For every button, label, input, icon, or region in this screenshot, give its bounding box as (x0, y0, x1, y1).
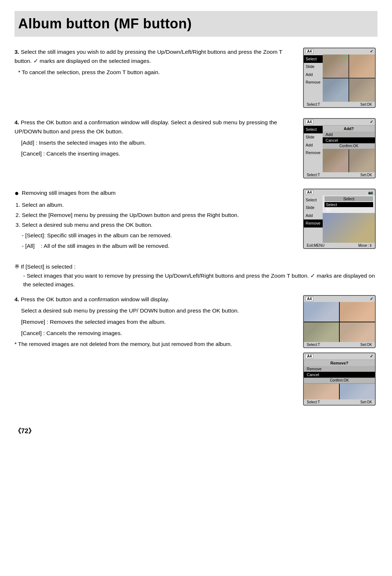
step-4-number: 4. (15, 296, 19, 302)
cam-header-4a: A4 ✓ (304, 296, 375, 302)
cam-checkmark-4a: ✓ (370, 297, 373, 301)
cam-ui-4b: A4 ✓ Remove? (303, 353, 376, 406)
bullet-section: ● Removing still images from the album S… (15, 189, 377, 252)
cam-footer-left-4b: Select:T (307, 400, 320, 404)
sel-select: Select (324, 202, 373, 207)
cam-menu-1: Select Slide Add Remove (304, 55, 323, 102)
cam-checkmark-4b: ✓ (370, 354, 373, 359)
cam-menu-3-slide: Slide (304, 204, 323, 212)
cam-inner-2: Select Slide Add Remove (304, 125, 375, 172)
cam-footer-right-4a: Set:OK (360, 343, 372, 347)
section-2-text: 4. Press the OK button and a confirmatio… (15, 118, 301, 161)
cam-photo-area-3: Select Select All (323, 196, 375, 243)
cam-menu-3-remove: Remove (304, 219, 323, 227)
section-1-text: 3. Select the still images you wish to a… (15, 48, 301, 79)
section-1-image: A4 ✓ Select Slide Add Remove (301, 48, 377, 108)
cam-submenu-2: Add? Add Cancel Confirm:OK (323, 125, 375, 149)
bullet-text-col: ● Removing still images from the album S… (15, 189, 301, 252)
cam-menu-remove: Remove (304, 78, 323, 86)
cam-submenu-title-4b: Remove? (304, 360, 375, 366)
cam-submenu-4b: Remove? Remove Cancel Confirm:OK (304, 359, 375, 384)
cam-header-2: A4 ✓ (304, 119, 375, 125)
remove-description: [Remove] : Removes the selected images f… (15, 318, 290, 327)
bullet-title-text: Removing still images from the album (22, 189, 115, 198)
step-1-number: 3. (15, 49, 19, 55)
cam-photo-area-1 (323, 55, 375, 102)
cam-menu-3-add: Add (304, 212, 323, 219)
cam-ui-4a: A4 ✓ Sel (303, 295, 376, 348)
cam-ui-1: A4 ✓ Select Slide Add Remove (303, 48, 376, 108)
cam-badge-1: A4 (306, 49, 313, 54)
cam-footer-1: Select:T Set:OK (304, 102, 375, 107)
dash-select: [Select]: Specific still images in the a… (22, 231, 290, 240)
cam-menu-3: Select Slide Add Remove (304, 196, 323, 243)
cam-menu-2: Select Slide Add Remove (304, 125, 323, 172)
cam-select-list: Select Select All (323, 196, 375, 213)
cam-header-4b: A4 ✓ (304, 353, 375, 359)
step-2-number: 4. (15, 119, 19, 125)
cam-footer-3: Exit:MENU Move :⇕ (304, 243, 375, 248)
step-b3: Select a desired sub menu and press the … (22, 221, 290, 230)
step-4-text2: Select a desired sub menu by pressing th… (15, 306, 290, 315)
step-4-text: 4. Press the OK button and a confirmatio… (15, 295, 290, 304)
cam-submenu-footer-2: Confirm:OK (323, 143, 375, 148)
cam-photo-3 (323, 78, 348, 102)
step-2-text: 4. Press the OK button and a confirmatio… (15, 118, 290, 136)
dash-all: [All] : All of the still images in the a… (22, 242, 290, 251)
step-4-note: * The removed images are not deleted fro… (15, 340, 290, 349)
cam-photo-4a-3 (304, 322, 339, 342)
note-if-select: ※ If [Select] is selected : (15, 262, 75, 271)
cancel-description-4: [Cancel] : Cancels the removing images. (15, 329, 290, 338)
cam-ui-2: A4 ✓ Select Slide Add Remove (303, 118, 376, 178)
cam-menu-add: Add (304, 71, 323, 78)
note-desc: - Select images that you want to remove … (15, 271, 377, 290)
cam-footer-right-4b: Set:OK (360, 400, 372, 404)
cam-footer-left-4a: Select:T (307, 343, 320, 347)
section-2-image: A4 ✓ Select Slide Add Remove (301, 118, 377, 178)
cam-submenu-remove: Remove (304, 366, 375, 372)
cancel-description: [Cancel] : Cancels the inserting images. (15, 149, 290, 158)
cam-checkmark-1: ✓ (370, 49, 373, 54)
bullet-dot: ● (15, 189, 19, 198)
content-area: 3. Select the still images you wish to a… (15, 48, 377, 416)
cam-photo-area-2: Add? Add Cancel Confirm:OK (323, 125, 375, 172)
cam-menu-2-select: Select (304, 126, 323, 133)
cam-menu-2-remove: Remove (304, 149, 323, 157)
cam-footer-right-1: Set:OK (360, 102, 372, 106)
cam-badge-4a: A4 (306, 297, 313, 301)
cam-photo-4a-1 (304, 302, 339, 322)
cam-icon-3: 📷 (368, 190, 373, 195)
cam-photo-area-4a (304, 302, 375, 342)
section-2: 4. Press the OK button and a confirmatio… (15, 118, 377, 178)
cam-footer-left-1: Select:T (307, 102, 320, 106)
dash-list: [Select]: Specific still images in the a… (15, 231, 290, 251)
cam-photo-2-3 (323, 149, 348, 172)
note-section: ※ If [Select] is selected : - Select ima… (15, 262, 377, 289)
cam-header-3: A4 📷 (304, 189, 375, 196)
cam-header-1: A4 ✓ (304, 48, 375, 55)
page-footer: 《72》 (15, 427, 377, 435)
section-4: 4. Press the OK button and a confirmatio… (15, 295, 377, 406)
sel-all: All (324, 207, 373, 212)
sel-title: Select (324, 196, 373, 201)
cam-ui-3: A4 📷 Select Slide Add Remove (303, 189, 376, 249)
cam-footer-left-3: Exit:MENU (307, 243, 324, 247)
cam-menu-2-add: Add (304, 141, 323, 149)
note-symbol: ※ (15, 263, 19, 270)
cam-footer-4b: Select:T Set:OK (304, 399, 375, 405)
cam-badge-4b: A4 (306, 354, 313, 359)
cam-inner-3: Select Slide Add Remove Select Select Al… (304, 196, 375, 243)
cam-submenu-title-2: Add? (323, 126, 375, 132)
bullet-image: A4 📷 Select Slide Add Remove (301, 189, 377, 249)
cam-menu-slide: Slide (304, 63, 323, 71)
cam-photo-2 (349, 55, 375, 78)
section-4-images: A4 ✓ Sel (301, 295, 377, 406)
cam-photo-4a-4 (340, 322, 375, 342)
numbered-steps: Select an album. Select the [Remove] men… (15, 201, 290, 230)
cam-footer-right-3: Move :⇕ (358, 243, 372, 247)
cam-footer-2: Select:T Set:OK (304, 172, 375, 178)
cam-footer-right-2: Set:OK (360, 173, 372, 177)
cam-photo-4 (349, 78, 375, 102)
cam-submenu-add: Add (323, 132, 375, 137)
cam-large-grid-4a (304, 302, 375, 342)
